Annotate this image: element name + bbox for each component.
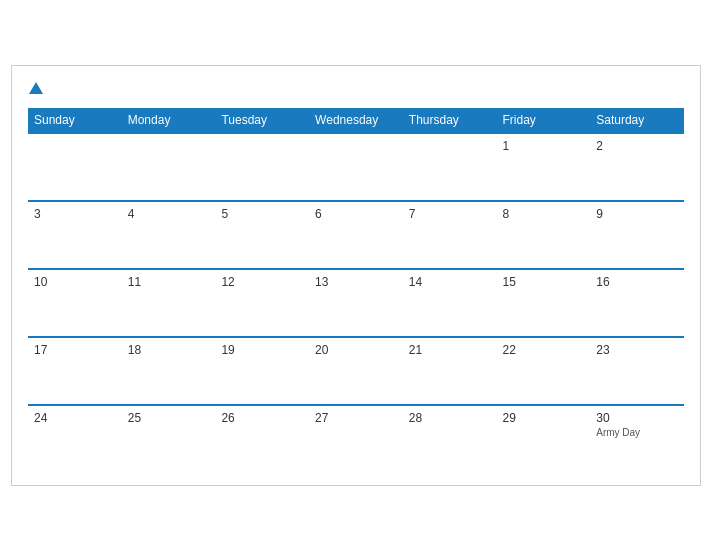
calendar-cell: 18: [122, 337, 216, 405]
day-number: 14: [409, 275, 491, 289]
calendar-cell: 22: [497, 337, 591, 405]
day-number: 5: [221, 207, 303, 221]
day-number: 1: [503, 139, 585, 153]
day-number: 3: [34, 207, 116, 221]
week-row-4: 17181920212223: [28, 337, 684, 405]
day-number: 11: [128, 275, 210, 289]
weekday-header-monday: Monday: [122, 108, 216, 133]
calendar-cell: [122, 133, 216, 201]
calendar-cell: 7: [403, 201, 497, 269]
week-row-3: 10111213141516: [28, 269, 684, 337]
day-number: 12: [221, 275, 303, 289]
day-number: 26: [221, 411, 303, 425]
day-number: 18: [128, 343, 210, 357]
day-number: 24: [34, 411, 116, 425]
calendar-cell: 10: [28, 269, 122, 337]
calendar-cell: 24: [28, 405, 122, 473]
weekday-header-friday: Friday: [497, 108, 591, 133]
calendar-cell: 8: [497, 201, 591, 269]
logo-line1: [28, 82, 43, 96]
calendar-header: [28, 82, 684, 96]
calendar-cell: 3: [28, 201, 122, 269]
logo-triangle-icon: [29, 82, 43, 94]
calendar-cell: 30Army Day: [590, 405, 684, 473]
day-number: 16: [596, 275, 678, 289]
weekday-header-thursday: Thursday: [403, 108, 497, 133]
day-number: 29: [503, 411, 585, 425]
day-number: 2: [596, 139, 678, 153]
day-number: 9: [596, 207, 678, 221]
calendar-cell: 11: [122, 269, 216, 337]
day-number: 21: [409, 343, 491, 357]
calendar-cell: [403, 133, 497, 201]
weekday-header-tuesday: Tuesday: [215, 108, 309, 133]
calendar-cell: 27: [309, 405, 403, 473]
day-number: 25: [128, 411, 210, 425]
week-row-1: 12: [28, 133, 684, 201]
day-number: 6: [315, 207, 397, 221]
calendar-cell: 29: [497, 405, 591, 473]
day-number: 15: [503, 275, 585, 289]
weekday-header-saturday: Saturday: [590, 108, 684, 133]
day-number: 4: [128, 207, 210, 221]
calendar-cell: 16: [590, 269, 684, 337]
calendar-cell: 9: [590, 201, 684, 269]
calendar-cell: 15: [497, 269, 591, 337]
calendar-cell: 19: [215, 337, 309, 405]
day-number: 8: [503, 207, 585, 221]
calendar-cell: 2: [590, 133, 684, 201]
calendar-cell: 6: [309, 201, 403, 269]
calendar-cell: 21: [403, 337, 497, 405]
calendar-container: SundayMondayTuesdayWednesdayThursdayFrid…: [11, 65, 701, 486]
calendar-cell: 26: [215, 405, 309, 473]
calendar-cell: [215, 133, 309, 201]
calendar-cell: 5: [215, 201, 309, 269]
calendar-cell: 13: [309, 269, 403, 337]
day-number: 19: [221, 343, 303, 357]
calendar-cell: 14: [403, 269, 497, 337]
day-number: 7: [409, 207, 491, 221]
calendar-cell: 28: [403, 405, 497, 473]
weekday-header-sunday: Sunday: [28, 108, 122, 133]
day-number: 23: [596, 343, 678, 357]
week-row-5: 24252627282930Army Day: [28, 405, 684, 473]
week-row-2: 3456789: [28, 201, 684, 269]
day-number: 28: [409, 411, 491, 425]
day-number: 27: [315, 411, 397, 425]
calendar-table: SundayMondayTuesdayWednesdayThursdayFrid…: [28, 108, 684, 473]
logo: [28, 82, 43, 96]
day-number: 17: [34, 343, 116, 357]
calendar-cell: [309, 133, 403, 201]
calendar-cell: 1: [497, 133, 591, 201]
day-number: 13: [315, 275, 397, 289]
day-number: 22: [503, 343, 585, 357]
calendar-cell: [28, 133, 122, 201]
holiday-label: Army Day: [596, 427, 678, 438]
calendar-cell: 12: [215, 269, 309, 337]
calendar-cell: 4: [122, 201, 216, 269]
calendar-cell: 25: [122, 405, 216, 473]
calendar-cell: 23: [590, 337, 684, 405]
day-number: 30: [596, 411, 678, 425]
day-number: 20: [315, 343, 397, 357]
weekday-header-wednesday: Wednesday: [309, 108, 403, 133]
day-number: 10: [34, 275, 116, 289]
weekday-header-row: SundayMondayTuesdayWednesdayThursdayFrid…: [28, 108, 684, 133]
calendar-cell: 20: [309, 337, 403, 405]
calendar-cell: 17: [28, 337, 122, 405]
